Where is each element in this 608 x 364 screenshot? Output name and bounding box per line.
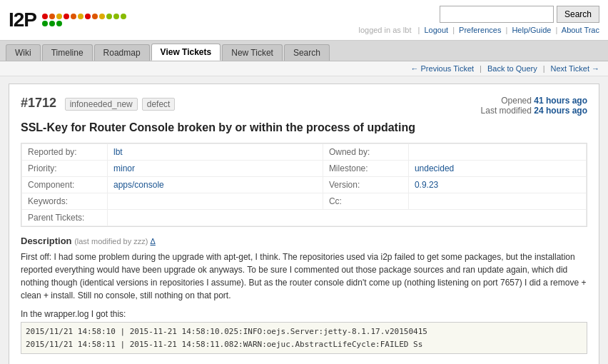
component-link[interactable]: apps/console: [113, 180, 164, 190]
tab-new-ticket[interactable]: New Ticket: [222, 44, 283, 61]
cc-value: [408, 193, 586, 210]
parent-tickets-value: [108, 210, 587, 226]
cc-label: Cc:: [323, 193, 408, 210]
ticket-container: #1712 infoneeded_new defect Opened 41 ho…: [9, 84, 599, 364]
log-label: In the wrapper.log I got this:: [21, 309, 587, 319]
version-label: Version:: [323, 177, 408, 193]
tab-timeline[interactable]: Timeline: [42, 44, 93, 61]
version-value: 0.9.23: [408, 177, 586, 193]
parent-tickets-label: Parent Tickets:: [22, 210, 108, 226]
log-box: 2015/11/21 14:58:10 | 2015-11-21 14:58:1…: [21, 322, 587, 354]
reported-by-value: lbt: [108, 144, 323, 161]
header: I2P Search logged in as lbt | Logout | P…: [0, 0, 608, 41]
ticket-fields: Reported by: lbt Owned by: Priority: min…: [21, 143, 587, 227]
logo-dots: [42, 14, 128, 26]
ticket-tags: infoneeded_new defect: [65, 98, 176, 111]
keywords-value: [108, 193, 323, 210]
logout-link[interactable]: Logout: [424, 26, 448, 34]
breadcrumb-sep2: |: [543, 64, 545, 73]
field-row-parent: Parent Tickets:: [22, 210, 587, 226]
search-button[interactable]: Search: [557, 6, 599, 23]
tag-defect: defect: [142, 98, 176, 111]
main: #1712 infoneeded_new defect Opened 41 ho…: [0, 76, 608, 364]
reported-by-label: Reported by:: [22, 144, 108, 161]
field-row-keywords: Keywords: Cc:: [22, 193, 587, 210]
modified-info: Last modified 24 hours ago: [481, 106, 587, 116]
prev-ticket-link[interactable]: ← Previous Ticket: [410, 64, 474, 73]
keywords-label: Keywords:: [22, 193, 108, 210]
back-to-query-link[interactable]: Back to Query: [487, 64, 537, 73]
log-line-1: 2015/11/21 14:58:11 | 2015-11-21 14:58:1…: [26, 338, 582, 351]
nav-tabs: Wiki Timeline Roadmap View Tickets New T…: [0, 41, 608, 61]
tab-wiki[interactable]: Wiki: [6, 44, 41, 61]
description-modified-text: (last modified by zzz): [74, 237, 148, 246]
user-info-text: logged in as lbt: [358, 26, 411, 34]
milestone-value: undecided: [408, 161, 586, 177]
help-link[interactable]: Help/Guide: [512, 26, 551, 34]
priority-label: Priority:: [22, 161, 108, 177]
ticket-id-area: #1712 infoneeded_new defect: [21, 96, 175, 111]
description-diff-link[interactable]: Δ: [151, 237, 156, 246]
owned-by-value: [408, 144, 586, 161]
modified-time[interactable]: 24 hours ago: [534, 106, 587, 116]
opened-time[interactable]: 41 hours ago: [534, 96, 587, 106]
user-bar: logged in as lbt | Logout | Preferences …: [356, 26, 599, 34]
next-ticket-link[interactable]: Next Ticket →: [551, 64, 599, 73]
milestone-label: Milestone:: [323, 161, 408, 177]
opened-label: Opened: [501, 96, 532, 106]
description-header: Description (last modified by zzz) Δ: [21, 236, 587, 246]
priority-value: minor: [108, 161, 323, 177]
field-row-reported: Reported by: lbt Owned by:: [22, 144, 587, 161]
ticket-meta-right: Opened 41 hours ago Last modified 24 hou…: [481, 96, 587, 116]
modified-label: Last modified: [481, 106, 532, 116]
preferences-link[interactable]: Preferences: [459, 26, 501, 34]
field-row-priority: Priority: minor Milestone: undecided: [22, 161, 587, 177]
milestone-link[interactable]: undecided: [415, 163, 454, 173]
tag-infoneeded: infoneeded_new: [65, 98, 138, 111]
ticket-header: #1712 infoneeded_new defect Opened 41 ho…: [21, 96, 587, 116]
breadcrumb-sep1: |: [480, 64, 482, 73]
ticket-id: #1712: [21, 96, 56, 110]
description-text: First off: I had some problem during the…: [21, 251, 587, 302]
priority-link[interactable]: minor: [113, 163, 135, 173]
tab-view-tickets[interactable]: View Tickets: [151, 44, 221, 61]
search-input[interactable]: [440, 6, 554, 23]
field-row-component: Component: apps/console Version: 0.9.23: [22, 177, 587, 193]
description-modified: (last modified by zzz) Δ: [74, 237, 156, 246]
version-link[interactable]: 0.9.23: [415, 180, 438, 190]
log-line-0: 2015/11/21 14:58:10 | 2015-11-21 14:58:1…: [26, 325, 582, 338]
search-area: Search logged in as lbt | Logout | Prefe…: [356, 6, 599, 34]
logo-area: I2P: [9, 9, 128, 31]
component-value: apps/console: [108, 177, 323, 193]
breadcrumb-nav: ← Previous Ticket | Back to Query | Next…: [0, 61, 608, 76]
opened-info: Opened 41 hours ago: [481, 96, 587, 106]
tab-search[interactable]: Search: [284, 44, 330, 61]
owned-by-label: Owned by:: [323, 144, 408, 161]
logo-text: I2P: [9, 9, 36, 31]
tab-roadmap[interactable]: Roadmap: [94, 44, 150, 61]
description-label: Description: [21, 236, 72, 246]
component-label: Component:: [22, 177, 108, 193]
reported-by-link[interactable]: lbt: [113, 147, 123, 157]
search-row: Search: [440, 6, 599, 23]
about-link[interactable]: About Trac: [562, 26, 599, 34]
ticket-title: SSL-Key for Router Console broken by or …: [21, 121, 587, 134]
